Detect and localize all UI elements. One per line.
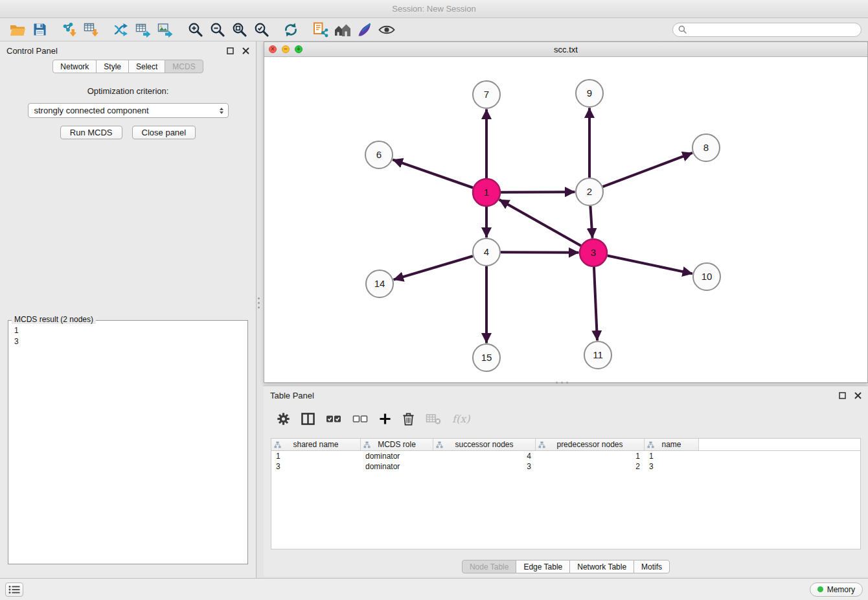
close-panel-mcds-button[interactable]: Close panel xyxy=(132,126,196,139)
float-table-panel-button[interactable] xyxy=(839,392,846,399)
apply-layout-refresh-icon xyxy=(283,22,299,38)
function-builder-button: f(x) xyxy=(452,413,470,425)
tab-node-table[interactable]: Node Table xyxy=(462,560,517,573)
close-panel-button[interactable] xyxy=(242,47,249,54)
search-icon xyxy=(678,25,687,34)
app-title: Session: New Session xyxy=(392,4,475,14)
network-canvas[interactable]: 7968124314101511 xyxy=(264,57,867,382)
edge-1-6[interactable] xyxy=(393,159,473,187)
apply-layout-button[interactable] xyxy=(280,20,302,40)
float-panel-button[interactable] xyxy=(227,47,234,54)
column-header-name[interactable]: name xyxy=(645,439,699,450)
edge-4-3[interactable] xyxy=(501,252,579,253)
task-history-button[interactable] xyxy=(5,583,23,597)
optimization-criterion-label: Optimization criterion: xyxy=(0,86,256,96)
search-input[interactable] xyxy=(690,25,856,34)
criterion-dropdown[interactable]: strongly connected component xyxy=(28,103,229,118)
zoom-fit-button[interactable] xyxy=(228,20,250,40)
export-table-button[interactable] xyxy=(132,20,154,40)
run-mcds-button[interactable]: Run MCDS xyxy=(60,126,122,139)
cell-shared-name[interactable]: 3 xyxy=(271,461,361,472)
node-label: 4 xyxy=(484,246,489,257)
edge-2-3[interactable] xyxy=(590,206,592,238)
open-button[interactable] xyxy=(6,20,29,40)
export-image-button[interactable] xyxy=(154,20,176,40)
node-table-header: shared name MCDS role successor nodes pr… xyxy=(271,439,860,451)
save-button[interactable] xyxy=(29,20,51,40)
memory-label: Memory xyxy=(827,585,855,594)
import-network-button[interactable] xyxy=(58,20,80,40)
edge-3-10[interactable] xyxy=(608,256,692,274)
cell-successor-nodes[interactable]: 3 xyxy=(433,461,536,472)
memory-button[interactable]: Memory xyxy=(810,583,863,597)
close-table-panel-button[interactable] xyxy=(854,392,862,399)
window-close-traffic-icon[interactable]: × xyxy=(269,45,277,53)
column-header-mcds-role[interactable]: MCDS role xyxy=(361,439,433,450)
vertical-splitter-handle[interactable] xyxy=(258,297,260,308)
control-panel: Control Panel Network Style Select MCDS … xyxy=(0,41,257,578)
export-network-button[interactable] xyxy=(110,20,132,40)
zoom-in-button[interactable] xyxy=(184,20,206,40)
cell-mcds-role[interactable]: dominator xyxy=(361,451,433,461)
column-header-predecessor-nodes[interactable]: predecessor nodes xyxy=(536,439,645,450)
delete-table-button xyxy=(426,412,441,425)
tab-select[interactable]: Select xyxy=(128,60,165,73)
search-field[interactable] xyxy=(672,23,862,37)
cell-shared-name[interactable]: 1 xyxy=(271,451,361,461)
cell-name[interactable]: 3 xyxy=(645,461,699,472)
deselect-all-button[interactable] xyxy=(352,413,368,424)
first-neighbors-button[interactable] xyxy=(332,20,354,40)
column-header-icon xyxy=(538,441,545,448)
network-svg[interactable]: 7968124314101511 xyxy=(264,57,867,382)
mcds-result-box[interactable]: MCDS result (2 nodes) 1 3 xyxy=(8,320,248,564)
delete-column-button[interactable] xyxy=(402,412,415,426)
tab-network[interactable]: Network xyxy=(52,60,97,73)
cell-predecessor-nodes[interactable]: 1 xyxy=(536,451,645,461)
table-row[interactable]: 3 dominator 3 2 3 xyxy=(271,461,860,472)
show-hide-button[interactable] xyxy=(376,20,398,40)
column-visibility-button[interactable] xyxy=(301,413,315,425)
column-header-shared-name[interactable]: shared name xyxy=(271,439,361,450)
new-network-from-selection-button[interactable] xyxy=(310,20,332,40)
memory-status-icon xyxy=(817,586,823,592)
column-header-successor-nodes[interactable]: successor nodes xyxy=(433,439,536,450)
tab-mcds[interactable]: MCDS xyxy=(165,60,203,73)
column-header-label: shared name xyxy=(293,440,338,449)
edge-3-11[interactable] xyxy=(594,267,597,341)
horizontal-splitter-handle[interactable] xyxy=(556,382,568,384)
tab-motifs[interactable]: Motifs xyxy=(634,560,670,573)
table-panel-tabs: Node Table Edge Table Network Table Moti… xyxy=(462,560,670,573)
node-label: 3 xyxy=(591,247,596,258)
edge-1-2[interactable] xyxy=(501,192,575,192)
control-panel-title: Control Panel xyxy=(6,46,58,56)
edge-3-1[interactable] xyxy=(499,200,581,246)
network-window-titlebar: scc.txt × − + xyxy=(264,42,867,57)
cell-mcds-role[interactable]: dominator xyxy=(361,461,433,472)
control-panel-tabs: Network Style Select MCDS xyxy=(0,60,256,73)
window-zoom-traffic-icon[interactable]: + xyxy=(295,45,303,53)
tab-network-table[interactable]: Network Table xyxy=(569,560,634,573)
dropdown-stepper-icon xyxy=(220,108,223,114)
table-row[interactable]: 1 dominator 4 1 1 xyxy=(271,451,860,461)
float-icon xyxy=(227,47,234,54)
table-settings-button[interactable] xyxy=(277,412,290,426)
tab-style[interactable]: Style xyxy=(96,60,129,73)
zoom-out-button[interactable] xyxy=(206,20,228,40)
select-all-button[interactable] xyxy=(326,413,341,424)
add-column-button[interactable] xyxy=(379,413,391,425)
edge-2-8[interactable] xyxy=(603,153,692,187)
new-network-from-selection-icon xyxy=(313,22,328,38)
cell-name[interactable]: 1 xyxy=(645,451,699,461)
zoom-selected-button[interactable] xyxy=(250,20,272,40)
criterion-dropdown-value: strongly connected component xyxy=(34,106,149,115)
import-table-button[interactable] xyxy=(80,20,102,40)
mcds-result-title: MCDS result (2 nodes) xyxy=(12,315,96,324)
cell-predecessor-nodes[interactable]: 2 xyxy=(536,461,645,472)
node-label: 15 xyxy=(481,352,492,363)
cell-successor-nodes[interactable]: 4 xyxy=(433,451,536,461)
edge-4-14[interactable] xyxy=(394,256,473,279)
window-minimize-traffic-icon[interactable]: − xyxy=(282,45,290,53)
tab-edge-table[interactable]: Edge Table xyxy=(516,560,570,573)
apply-style-button[interactable] xyxy=(354,20,376,40)
apply-style-brush-icon xyxy=(357,22,372,38)
